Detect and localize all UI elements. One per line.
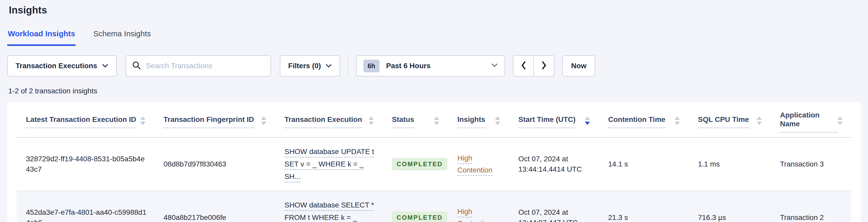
insights-cell: High Contention <box>448 137 509 191</box>
now-button[interactable]: Now <box>562 55 595 76</box>
sql-cpu-time-cell: 716.3 µs <box>689 191 771 222</box>
transaction-execution-link[interactable]: SHOW database SELECT * FROM t WHERE k = … <box>284 201 374 222</box>
time-range-next-button[interactable] <box>534 55 554 76</box>
sort-icon <box>261 117 266 127</box>
tab-workload-insights-label: Workload Insights <box>8 29 75 38</box>
transaction-execution-cell: SHOW database UPDATE t SET v = _ WHERE k… <box>275 137 382 191</box>
fingerprint-id-cell: 08d8b7d97f830463 <box>154 137 275 191</box>
chevron-right-icon <box>541 61 547 71</box>
filters-button-label: Filters (0) <box>288 62 321 70</box>
execution-type-dropdown[interactable]: Transaction Executions <box>7 55 117 76</box>
time-range-step-buttons <box>513 55 554 76</box>
column-header-status[interactable]: Status <box>382 102 448 137</box>
search-input[interactable] <box>146 62 265 70</box>
sort-icon <box>837 117 843 127</box>
status-badge: COMPLETED <box>392 158 447 170</box>
column-header-insights[interactable]: Insights <box>448 102 509 137</box>
sort-icon <box>495 117 500 127</box>
high-contention-link[interactable]: High Contention <box>457 208 492 222</box>
page-title: Insights <box>9 5 861 16</box>
high-contention-link[interactable]: High Contention <box>457 154 492 174</box>
results-summary: 1-2 of 2 transaction insights <box>8 87 861 95</box>
contention-time-cell: 21.3 s <box>599 191 689 222</box>
sort-icon <box>675 117 680 127</box>
transaction-execution-cell: SHOW database SELECT * FROM t WHERE k = … <box>275 191 382 222</box>
time-range-prev-button[interactable] <box>513 55 534 76</box>
application-name-cell: Transaction 3 <box>771 137 851 191</box>
column-header-latest-transaction-execution-id[interactable]: Latest Transaction Execution ID <box>17 102 154 137</box>
sort-icon <box>434 117 439 127</box>
status-cell: COMPLETED <box>382 191 448 222</box>
column-header-sql-cpu-time[interactable]: SQL CPU Time <box>689 102 771 137</box>
column-header-transaction-execution[interactable]: Transaction Execution <box>275 102 382 137</box>
column-header-contention-time[interactable]: Contention Time <box>599 102 689 137</box>
insights-page: Insights Workload Insights Schema Insigh… <box>0 0 868 222</box>
column-header-start-time[interactable]: Start Time (UTC) <box>509 102 599 137</box>
toolbar: Transaction Executions Filters (0) 6h Pa… <box>7 55 861 76</box>
sort-icon <box>140 117 145 127</box>
execution-id-cell: 452da3e7-e7fa-4801-aa40-c59988d14eb6 <box>17 191 154 222</box>
time-range-picker[interactable]: 6h Past 6 Hours <box>356 55 505 76</box>
chevron-down-icon <box>326 64 332 68</box>
sql-cpu-time-cell: 1.1 ms <box>689 137 771 191</box>
tab-schema-insights-label: Schema Insights <box>93 29 151 38</box>
table-header-row: Latest Transaction Execution ID Transact… <box>17 102 851 137</box>
column-header-application-name[interactable]: Application Name <box>771 102 851 137</box>
insights-cell: High Contention <box>448 191 509 222</box>
time-range-label: Past 6 Hours <box>386 62 431 70</box>
fingerprint-id-cell: 480a8b217be006fe <box>154 191 275 222</box>
sort-icon <box>757 117 762 127</box>
search-box[interactable] <box>126 55 271 76</box>
contention-time-cell: 14.1 s <box>599 137 689 191</box>
time-range-badge: 6h <box>363 60 379 72</box>
insights-table-card: Latest Transaction Execution ID Transact… <box>7 102 861 222</box>
insights-table: Latest Transaction Execution ID Transact… <box>17 102 851 222</box>
status-badge: COMPLETED <box>392 211 447 222</box>
chevron-down-icon <box>491 63 498 69</box>
chevron-left-icon <box>521 61 527 71</box>
tab-bar: Workload Insights Schema Insights <box>7 29 861 46</box>
tab-workload-insights[interactable]: Workload Insights <box>7 29 75 46</box>
search-icon <box>132 61 141 71</box>
chevron-down-icon <box>102 64 108 68</box>
filters-button[interactable]: Filters (0) <box>280 55 340 76</box>
application-name-cell: Transaction 2 <box>771 191 851 222</box>
toolbar-divider <box>348 55 348 76</box>
start-time-cell: Oct 07, 2024 at 13:44:07.447 UTC <box>509 191 599 222</box>
start-time-cell: Oct 07, 2024 at 13:44:14.4414 UTC <box>509 137 599 191</box>
sort-icon-active <box>585 117 590 127</box>
tab-schema-insights[interactable]: Schema Insights <box>93 29 151 46</box>
status-cell: COMPLETED <box>382 137 448 191</box>
sort-icon <box>369 117 374 127</box>
table-row: 328729d2-ff19-4408-8531-b05a5b4e43c7 08d… <box>17 137 851 191</box>
table-row: 452da3e7-e7fa-4801-aa40-c59988d14eb6 480… <box>17 191 851 222</box>
execution-id-cell: 328729d2-ff19-4408-8531-b05a5b4e43c7 <box>17 137 154 191</box>
execution-type-dropdown-label: Transaction Executions <box>16 62 97 70</box>
now-button-label: Now <box>571 62 586 70</box>
column-header-transaction-fingerprint-id[interactable]: Transaction Fingerprint ID <box>154 102 275 137</box>
transaction-execution-link[interactable]: SHOW database UPDATE t SET v = _ WHERE k… <box>284 148 374 181</box>
